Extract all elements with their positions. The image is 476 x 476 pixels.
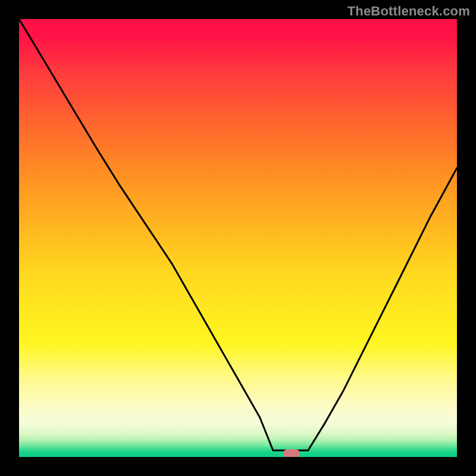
watermark-text: TheBottleneck.com (347, 4, 470, 19)
chart-frame: TheBottleneck.com (0, 0, 476, 476)
plot-area (19, 19, 457, 457)
optimal-point-marker (283, 449, 300, 457)
bottleneck-curve (19, 19, 457, 457)
